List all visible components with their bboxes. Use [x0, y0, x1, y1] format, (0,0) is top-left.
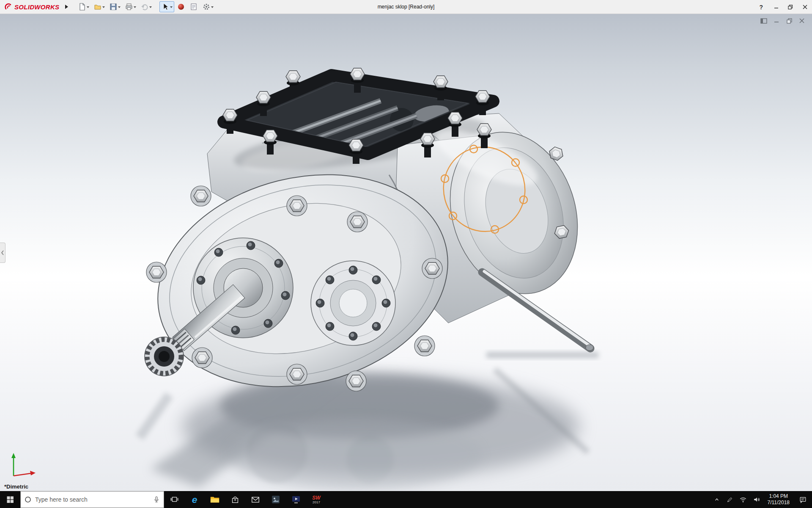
minimize-button[interactable]	[769, 0, 783, 14]
pen-icon	[726, 496, 733, 503]
solidworks-app-year: 2017	[313, 501, 320, 504]
file-explorer-button[interactable]	[205, 491, 225, 508]
pane-icon	[760, 18, 767, 24]
dropdown-caret-icon[interactable]	[87, 6, 89, 9]
spline-coupler[interactable]	[145, 337, 184, 376]
taskbar-search[interactable]	[20, 491, 164, 508]
quick-access-toolbar	[76, 1, 215, 12]
caret-up-icon	[713, 496, 720, 503]
film-tv-button[interactable]	[286, 491, 306, 508]
menu-expand-arrow-icon[interactable]	[65, 5, 70, 9]
photos-icon	[271, 494, 281, 505]
select-tool-button[interactable]	[159, 1, 174, 12]
edge-button[interactable]: e	[184, 491, 205, 508]
store-bag-icon	[230, 495, 240, 504]
network-button[interactable]	[736, 491, 750, 508]
taskbar: e	[0, 491, 812, 508]
print-icon	[125, 3, 133, 11]
photos-button[interactable]	[266, 491, 286, 508]
windows-logo-icon	[6, 495, 14, 504]
view-orientation-label: *Dimetric	[4, 483, 28, 490]
document-window-controls	[760, 17, 806, 24]
titlebar: SOLIDWORKS	[0, 0, 812, 14]
appearance-button[interactable]	[175, 1, 187, 12]
document-minimize-button[interactable]	[772, 17, 781, 24]
undo-button[interactable]	[139, 1, 154, 12]
volume-icon	[753, 496, 760, 503]
restore-button[interactable]	[783, 0, 798, 14]
restore-icon	[787, 18, 792, 24]
appearance-sphere-icon	[177, 3, 185, 11]
task-view-button[interactable]	[164, 491, 184, 508]
close-icon	[803, 5, 807, 9]
solidworks-window: SOLIDWORKS	[0, 0, 812, 508]
document-close-button[interactable]	[798, 17, 806, 24]
taskbar-clock[interactable]: 1:04 PM 7/11/2018	[763, 491, 794, 508]
options-button[interactable]	[200, 1, 215, 12]
edge-icon: e	[189, 494, 200, 505]
orientation-triad	[7, 449, 40, 482]
gearbox-model[interactable]	[135, 68, 598, 416]
new-document-icon	[78, 3, 86, 11]
solidworks-app-label: SW	[312, 495, 320, 500]
3d-model-gearbox[interactable]	[0, 14, 812, 491]
system-tray: 1:04 PM 7/11/2018	[710, 491, 812, 508]
bearing-cover[interactable]	[311, 261, 395, 345]
feature-panel-collapse-tab[interactable]	[0, 243, 5, 263]
window-caption-buttons: ?	[753, 0, 812, 14]
microphone-icon[interactable]	[153, 496, 160, 503]
dropdown-caret-icon[interactable]	[134, 6, 136, 9]
file-explorer-icon	[210, 494, 220, 505]
help-button[interactable]: ?	[753, 0, 769, 14]
file-properties-icon	[189, 3, 198, 11]
open-folder-icon	[93, 3, 102, 11]
select-arrow-icon	[161, 3, 170, 11]
restore-icon	[788, 5, 793, 10]
network-wifi-icon	[739, 496, 747, 503]
solidworks-logo: SOLIDWORKS	[0, 3, 63, 11]
print-button[interactable]	[123, 1, 138, 12]
action-center-icon	[799, 496, 807, 504]
hidden-icons-button[interactable]	[710, 491, 723, 508]
clock-date: 7/11/2018	[768, 500, 790, 506]
store-button[interactable]	[225, 491, 245, 508]
mail-icon	[251, 495, 260, 504]
graphics-viewport[interactable]: *Dimetric	[0, 14, 812, 491]
open-button[interactable]	[92, 1, 107, 12]
options-gear-icon	[202, 3, 211, 11]
minimize-icon	[774, 18, 779, 23]
dropdown-caret-icon[interactable]	[102, 6, 105, 9]
svg-text:e: e	[192, 494, 198, 505]
dropdown-caret-icon[interactable]	[211, 6, 214, 9]
search-input[interactable]	[35, 496, 149, 503]
dropdown-caret-icon[interactable]	[149, 6, 152, 9]
mail-button[interactable]	[245, 491, 266, 508]
action-center-button[interactable]	[794, 491, 812, 508]
save-button[interactable]	[107, 1, 122, 12]
pane-toggle-button[interactable]	[760, 17, 768, 24]
brand-name: SOLIDWORKS	[14, 3, 59, 11]
film-tv-icon	[291, 494, 301, 505]
cortana-icon	[24, 496, 32, 503]
volume-button[interactable]	[750, 491, 763, 508]
new-document-button[interactable]	[76, 1, 91, 12]
minimize-icon	[774, 5, 779, 9]
close-button[interactable]	[798, 0, 812, 14]
save-floppy-icon	[109, 3, 118, 11]
solidworks-app-button[interactable]: SW 2017	[306, 491, 326, 508]
file-properties-button[interactable]	[188, 1, 200, 12]
ds-swirl-icon	[4, 3, 13, 11]
dropdown-caret-icon[interactable]	[170, 6, 173, 9]
document-restore-button[interactable]	[785, 17, 793, 24]
chevron-left-icon	[1, 250, 4, 255]
pen-settings-button[interactable]	[723, 491, 736, 508]
task-view-icon	[170, 495, 179, 504]
start-button[interactable]	[0, 491, 20, 508]
dropdown-caret-icon[interactable]	[118, 6, 121, 9]
clock-time: 1:04 PM	[769, 493, 788, 500]
undo-icon	[140, 3, 149, 11]
close-icon	[799, 18, 804, 23]
